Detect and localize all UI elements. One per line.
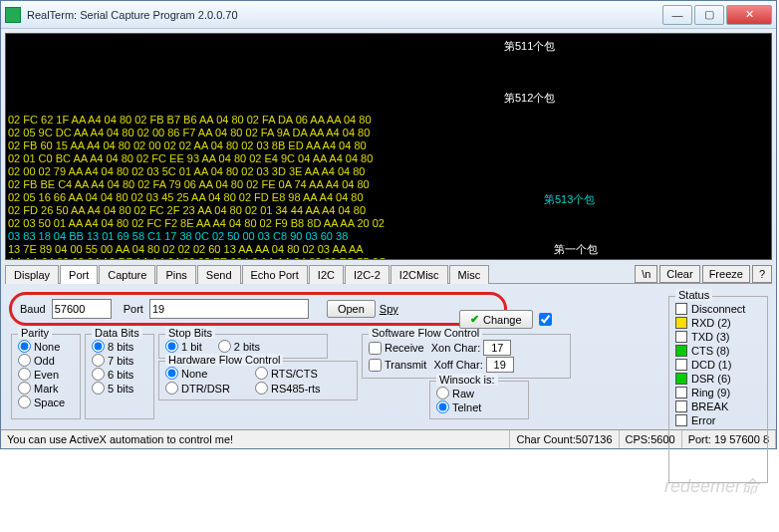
clear-button[interactable]: Clear — [659, 265, 699, 283]
stopBits-1-bit[interactable] — [165, 340, 178, 353]
watermark: redeemer命 — [664, 474, 759, 498]
hwFlow-none[interactable] — [165, 367, 178, 380]
parity-odd[interactable] — [18, 354, 31, 367]
status-led — [675, 373, 687, 385]
tab-capture[interactable]: Capture — [99, 265, 155, 284]
xon-field[interactable] — [483, 340, 511, 356]
check-icon: ✔ — [470, 313, 479, 326]
hwFlow-rts/cts[interactable] — [255, 367, 268, 380]
tab-misc[interactable]: Misc — [449, 265, 490, 284]
xoff-field[interactable] — [486, 357, 514, 373]
winsock-telnet[interactable] — [436, 400, 449, 413]
winsock-group: Winsock is: RawTelnet — [429, 381, 529, 419]
dataBits-5-bits[interactable] — [92, 382, 105, 395]
swflow-group: Software Flow Control Receive Xon Char: … — [362, 334, 571, 379]
tab-i2cmisc[interactable]: I2CMisc — [390, 265, 448, 284]
port-config-row: Baud Port Open Spy — [9, 292, 507, 326]
status-led — [675, 400, 687, 412]
status-panel: Status DisconnectRXD (2)TXD (3)CTS (8)DC… — [668, 296, 768, 483]
hex-row: 02 FB 60 15 AA A4 04 80 02 00 02 02 AA 0… — [8, 139, 769, 152]
hex-output-pane: 第511个包 第512个包 第513个包 第一个包 02 FC 62 1F AA… — [5, 33, 772, 260]
hex-row: 02 FD 26 50 AA A4 04 80 02 FC 2F 23 AA 0… — [8, 204, 769, 217]
status-led — [675, 345, 687, 357]
transmit-check[interactable] — [369, 359, 382, 372]
window-title: RealTerm: Serial Capture Program 2.0.0.7… — [27, 9, 662, 21]
open-button[interactable]: Open — [327, 300, 376, 318]
change-check[interactable] — [539, 313, 552, 326]
char-count: Char Count:507136 — [510, 430, 619, 448]
dataBits-6-bits[interactable] — [92, 368, 105, 381]
hex-row: 02 00 02 79 AA A4 04 80 02 03 5C 01 AA 0… — [8, 165, 769, 178]
status-cts-8-: CTS (8) — [675, 345, 761, 357]
parity-group: Parity NoneOddEvenMarkSpace — [11, 334, 81, 419]
hex-row: 02 05 16 66 AA 04 04 80 02 03 45 25 AA 0… — [8, 191, 769, 204]
status-dsr-6-: DSR (6) — [675, 373, 761, 385]
status-led — [675, 331, 687, 343]
baud-label: Baud — [20, 303, 46, 315]
hex-row: 02 01 C0 BC AA A4 04 80 02 FC EE 93 AA 0… — [8, 152, 769, 165]
parity-mark[interactable] — [18, 382, 31, 395]
hex-row: 02 FC 62 1F AA A4 04 80 02 FB B7 B6 AA 0… — [8, 114, 769, 127]
hex-row: 13 7E 89 04 00 55 00 AA 04 80 02 02 02 6… — [8, 243, 769, 256]
hwFlow-dtr/dsr[interactable] — [165, 382, 178, 395]
hex-row: 02 FB BE C4 AA A4 04 80 02 FA 79 06 AA 0… — [8, 178, 769, 191]
status-led — [675, 359, 687, 371]
hex-row: 02 05 9C DC AA A4 04 80 02 00 86 F7 AA 0… — [8, 127, 769, 139]
minimize-button[interactable]: — — [662, 5, 692, 25]
newline-button[interactable]: \n — [635, 265, 657, 283]
tab-pins[interactable]: Pins — [156, 265, 195, 284]
status-led — [675, 387, 687, 399]
hex-row: AA AA 04 80 02 04 A2 D7 AA A4 04 80 02 F… — [8, 256, 769, 260]
port-label: Port — [124, 303, 143, 315]
app-icon — [5, 7, 21, 23]
status-dcd-1-: DCD (1) — [675, 359, 761, 371]
help-button[interactable]: ? — [752, 265, 772, 283]
annotation-512: 第512个包 — [504, 92, 555, 105]
parity-none[interactable] — [18, 340, 31, 353]
parity-space[interactable] — [18, 396, 31, 408]
hwflow-group: Hardware Flow Control NoneRTS/CTSDTR/DSR… — [158, 361, 358, 400]
hex-row: 03 83 18 04 BB 13 01 69 58 C1 17 38 0C 0… — [8, 230, 769, 243]
dataBits-8-bits[interactable] — [92, 340, 105, 353]
dataBits-7-bits[interactable] — [92, 354, 105, 367]
status-disconnect: Disconnect — [675, 303, 761, 315]
tab-bar: DisplayPortCapturePinsSendEcho PortI2CI2… — [5, 264, 772, 284]
status-txd-3-: TXD (3) — [675, 331, 761, 343]
tab-i2c-2[interactable]: I2C-2 — [345, 265, 390, 284]
maximize-button[interactable]: ▢ — [694, 5, 724, 25]
receive-check[interactable] — [369, 342, 382, 355]
freeze-button[interactable]: Freeze — [702, 265, 750, 283]
change-button[interactable]: ✔Change — [459, 310, 533, 329]
tab-display[interactable]: Display — [5, 265, 59, 284]
spy-label[interactable]: Spy — [380, 303, 398, 315]
hwFlow-rs485-rts[interactable] — [255, 382, 268, 395]
winsock-raw[interactable] — [436, 387, 449, 399]
close-button[interactable]: ✕ — [726, 5, 772, 25]
status-led — [675, 414, 687, 426]
baud-combo[interactable] — [52, 299, 112, 319]
parity-even[interactable] — [18, 368, 31, 381]
status-bar: You can use ActiveX automation to contro… — [1, 429, 776, 448]
tab-echo-port[interactable]: Echo Port — [242, 265, 308, 284]
stopBits-2-bits[interactable] — [218, 340, 231, 353]
databits-group: Data Bits 8 bits7 bits6 bits5 bits — [85, 334, 154, 419]
tab-i2c[interactable]: I2C — [309, 265, 344, 284]
status-ring-9-: Ring (9) — [675, 387, 761, 399]
port-combo[interactable] — [149, 299, 309, 319]
hex-row: 02 03 50 01 AA A4 04 80 02 FC F2 8E AA A… — [8, 217, 769, 230]
annotation-511: 第511个包 — [504, 40, 555, 53]
titlebar: RealTerm: Serial Capture Program 2.0.0.7… — [1, 1, 776, 29]
status-error: Error — [675, 414, 761, 426]
status-message: You can use ActiveX automation to contro… — [1, 430, 510, 448]
status-led — [675, 317, 687, 329]
tab-port[interactable]: Port — [60, 265, 98, 284]
status-rxd-2-: RXD (2) — [675, 317, 761, 329]
status-break: BREAK — [675, 400, 761, 412]
tab-send[interactable]: Send — [197, 265, 241, 284]
status-led — [675, 303, 687, 315]
